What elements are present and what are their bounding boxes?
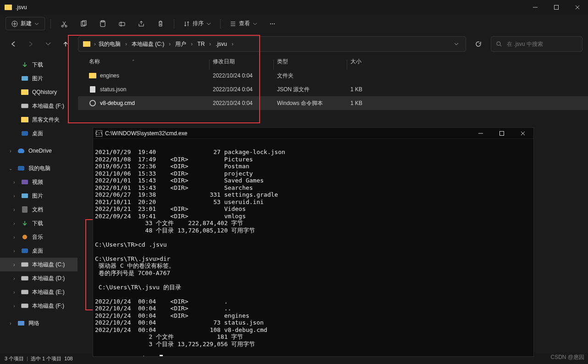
sidebar-item-label: 图片: [32, 192, 43, 200]
cmd-maximize-button[interactable]: [491, 128, 512, 139]
sidebar-item[interactable]: 图片: [0, 72, 78, 85]
table-row[interactable]: status.json2022/10/24 0:04JSON 源文件1 KB: [78, 83, 588, 96]
forward-button[interactable]: [23, 36, 39, 52]
sidebar-item[interactable]: ›图片: [0, 189, 78, 203]
more-button[interactable]: [265, 17, 280, 31]
sidebar-item[interactable]: 下载: [0, 58, 78, 72]
col-size[interactable]: 大小: [350, 58, 405, 66]
sort-asc-icon: ˄: [132, 59, 134, 64]
monitor-icon: [21, 248, 28, 254]
sidebar-item[interactable]: ›OneDrive: [0, 144, 78, 158]
chevron-down-icon: ⌄: [7, 166, 14, 171]
sidebar-item-label: 本地磁盘 (F:): [32, 302, 64, 310]
col-modified[interactable]: 修改日期: [213, 58, 277, 66]
chevron-right-icon: ›: [11, 221, 17, 226]
col-name[interactable]: 名称˄: [89, 58, 213, 66]
toolbar: 新建 排序 查看: [0, 15, 588, 33]
crumb[interactable]: 用户: [172, 39, 189, 50]
close-button[interactable]: [567, 0, 588, 15]
up-button[interactable]: [58, 36, 73, 52]
sidebar-item[interactable]: QQhistory: [0, 85, 78, 99]
sidebar-item-label: OneDrive: [28, 148, 52, 154]
crumb[interactable]: 本地磁盘 (C:): [129, 39, 167, 50]
chevron-right-icon: ›: [11, 193, 17, 199]
table-row[interactable]: v8-debug.cmd2022/10/24 0:04Windows 命令脚本1…: [78, 96, 588, 110]
rename-button[interactable]: [114, 17, 130, 31]
paste-button[interactable]: [95, 17, 111, 31]
back-button[interactable]: [6, 36, 21, 52]
sidebar-item[interactable]: ›本地磁盘 (D:): [0, 271, 78, 285]
chevron-right-icon: ›: [11, 290, 17, 295]
gear-icon: [89, 100, 96, 106]
separator: [220, 19, 221, 29]
cmd-minimize-button[interactable]: [470, 128, 491, 139]
sidebar-item[interactable]: ⌄我的电脑: [0, 161, 78, 175]
crumb[interactable]: 我的电脑: [96, 39, 123, 50]
network-icon: [17, 320, 25, 326]
cmd-close-button[interactable]: [512, 128, 533, 139]
folder-icon: [89, 73, 96, 78]
window-title: .jsvu: [16, 4, 27, 11]
chevron-right-icon: ›: [169, 41, 171, 47]
search-input[interactable]: [506, 40, 577, 48]
sidebar: 下载图片QQhistory本地磁盘 (F:)黑客文件夹桌面›OneDrive⌄我…: [0, 55, 78, 353]
chevron-right-icon: ›: [232, 41, 233, 47]
sidebar-item[interactable]: ›文档: [0, 203, 78, 216]
address-bar[interactable]: › 我的电脑›本地磁盘 (C:)›用户›TR›.jsvu›: [78, 36, 466, 52]
new-label: 新建: [21, 20, 32, 28]
svg-point-9: [270, 23, 271, 24]
maximize-button[interactable]: [546, 0, 567, 15]
sidebar-item[interactable]: ›网络: [0, 316, 78, 330]
svg-point-10: [272, 23, 273, 24]
sort-button[interactable]: 排序: [180, 17, 215, 30]
minimize-button[interactable]: [525, 0, 546, 15]
sidebar-item[interactable]: ›音乐: [0, 230, 78, 244]
sidebar-item[interactable]: ›视频: [0, 175, 78, 189]
file-name: v8-debug.cmd: [100, 100, 135, 106]
col-type[interactable]: 类型: [277, 58, 350, 66]
file-icon: [89, 86, 96, 93]
view-button[interactable]: 查看: [226, 17, 261, 30]
address-row: › 我的电脑›本地磁盘 (C:)›用户›TR›.jsvu›: [0, 33, 588, 55]
sidebar-item[interactable]: ›下载: [0, 216, 78, 230]
drive-icon: [21, 289, 28, 295]
sidebar-item[interactable]: 桌面: [0, 127, 78, 140]
download-icon: [21, 61, 28, 68]
chevron-right-icon: ›: [11, 207, 17, 212]
address-dropdown[interactable]: [450, 38, 463, 50]
sidebar-item[interactable]: 黑客文件夹: [0, 113, 78, 127]
chevron-down-icon: [34, 22, 39, 26]
sidebar-item[interactable]: ›本地磁盘 (C:): [0, 258, 78, 271]
recent-button[interactable]: [40, 36, 56, 52]
status-items: 3 个项目: [5, 355, 24, 362]
share-button[interactable]: [133, 17, 149, 31]
copy-button[interactable]: [76, 17, 91, 31]
crumb[interactable]: TR: [194, 39, 207, 49]
cut-button[interactable]: [56, 17, 72, 31]
sidebar-item[interactable]: ›本地磁盘 (E:): [0, 285, 78, 299]
delete-button[interactable]: [153, 17, 168, 31]
sidebar-item-label: 音乐: [32, 233, 43, 241]
cmd-output: 2021/07/29 19:40 27 package-lock.json 20…: [93, 149, 533, 356]
chevron-right-icon: ›: [7, 321, 14, 326]
folder-icon: [21, 116, 28, 123]
crumb[interactable]: .jsvu: [213, 39, 230, 49]
svg-rect-8: [119, 22, 125, 26]
sort-icon: [183, 21, 190, 27]
new-button[interactable]: 新建: [6, 17, 45, 30]
sidebar-item[interactable]: ›桌面: [0, 244, 78, 258]
chevron-right-icon: ›: [11, 262, 17, 267]
sidebar-item-label: 黑客文件夹: [32, 116, 60, 124]
monitor-icon: [17, 165, 25, 171]
refresh-button[interactable]: [471, 36, 486, 52]
sidebar-item[interactable]: ›本地磁盘 (F:): [0, 299, 78, 313]
table-row[interactable]: engines2022/10/24 0:04文件夹: [78, 69, 588, 83]
search-box[interactable]: [491, 36, 582, 52]
column-headers[interactable]: 名称˄ 修改日期 类型 大小: [78, 55, 588, 69]
drive-icon: [21, 103, 28, 109]
sidebar-item-label: 本地磁盘 (F:): [32, 102, 64, 110]
cmd-titlebar[interactable]: C:\ C:\WINDOWS\system32\cmd.exe: [93, 128, 533, 139]
video-icon: [21, 179, 28, 185]
cmd-body[interactable]: 2021/07/29 19:40 27 package-lock.json 20…: [93, 139, 533, 356]
sidebar-item[interactable]: 本地磁盘 (F:): [0, 99, 78, 113]
